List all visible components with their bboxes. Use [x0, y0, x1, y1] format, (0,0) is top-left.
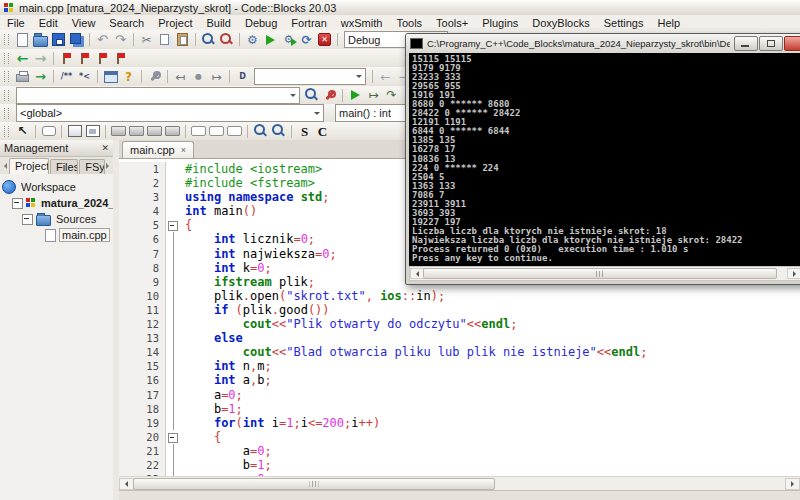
tree-item-main-cpp[interactable]: main.cpp	[0, 227, 113, 243]
wx-align-tool-2[interactable]	[128, 124, 145, 139]
go-forward-button[interactable]: →	[32, 51, 49, 66]
doxygen-help-button[interactable]: ?	[120, 69, 137, 84]
clear-bookmarks-button[interactable]	[112, 51, 129, 66]
editor-tab-main-cpp[interactable]: main.cpp ×	[122, 141, 194, 158]
find-button[interactable]	[200, 32, 217, 47]
tree-item-sources[interactable]: Sources	[0, 211, 113, 227]
tree-item-matura-2024-niepa[interactable]: matura_2024_Niepa	[0, 195, 113, 211]
nav-prev-button[interactable]: ←	[377, 69, 394, 84]
wx-border-tool-1[interactable]	[190, 124, 207, 139]
symbols-search-button[interactable]	[303, 88, 320, 103]
build-button[interactable]: ⚙	[244, 32, 261, 47]
tree-expander-icon[interactable]	[22, 214, 33, 225]
tree-item-workspace[interactable]: Workspace	[0, 179, 113, 195]
menu-fortran[interactable]: Fortran	[284, 17, 333, 29]
doxygen-line-comment-button[interactable]: *<	[76, 69, 93, 84]
scope-select[interactable]: <global>	[16, 104, 324, 122]
save-button[interactable]	[50, 32, 67, 47]
title-bar[interactable]: main.cpp [matura_2024_Nieparzysty_skrot]…	[0, 0, 800, 16]
wx-text-tool-button[interactable]	[84, 124, 101, 139]
code-line-17[interactable]: 17 a=0;	[119, 388, 800, 402]
wx-class-view-button[interactable]: C	[314, 124, 331, 139]
menu-help[interactable]: Help	[650, 17, 687, 29]
wx-border-tool-3[interactable]	[226, 124, 243, 139]
code-line-22[interactable]: 22 b=1;	[119, 458, 800, 472]
run-script-button[interactable]: →	[32, 69, 49, 84]
wx-sizer-tool-button[interactable]	[66, 124, 83, 139]
close-tab-icon[interactable]: ×	[181, 145, 186, 155]
code-line-14[interactable]: 14 cout<<"Blad otwarcia pliku lub plik n…	[119, 345, 800, 359]
console-horizontal-scrollbar[interactable]	[409, 266, 800, 281]
prev-bookmark-button[interactable]	[76, 51, 93, 66]
new-file-button[interactable]	[14, 32, 31, 47]
menu-search[interactable]: Search	[102, 17, 151, 29]
next-bookmark-button[interactable]	[94, 51, 111, 66]
debug-target-button[interactable]: D	[234, 69, 251, 84]
wx-align-tool-4[interactable]	[164, 124, 181, 139]
scroll-left-button[interactable]	[119, 478, 134, 490]
toggle-bookmark-button[interactable]	[58, 51, 75, 66]
code-line-18[interactable]: 18 b=1;	[119, 402, 800, 416]
jump-back-button[interactable]: ↤	[172, 69, 189, 84]
redo-button[interactable]: ↷	[112, 32, 129, 47]
menu-debug[interactable]: Debug	[238, 17, 284, 29]
editor-horizontal-scrollbar[interactable]	[119, 476, 800, 491]
debug-continue-button[interactable]	[347, 88, 364, 103]
save-all-button[interactable]	[68, 32, 85, 47]
code-line-16[interactable]: 16 int a,b;	[119, 373, 800, 387]
menu-wxsmith[interactable]: wxSmith	[334, 17, 390, 29]
incremental-search-input[interactable]	[254, 68, 366, 85]
wx-dialog-tool-button[interactable]	[40, 124, 57, 139]
menu-settings[interactable]: Settings	[597, 17, 651, 29]
abort-build-button[interactable]	[316, 32, 333, 47]
console-scrollbar-thumb[interactable]	[423, 268, 777, 279]
code-line-10[interactable]: 10 plik.open("skrot.txt", ios::in);	[119, 289, 800, 303]
code-line-11[interactable]: 11 if (plik.good())	[119, 303, 800, 317]
menu-build[interactable]: Build	[199, 17, 237, 29]
management-tab-projects[interactable]: Projects	[9, 158, 49, 175]
rebuild-button[interactable]: ⟳	[298, 32, 315, 47]
next-line-button[interactable]: ↷	[383, 88, 400, 103]
menu-file[interactable]: File	[0, 17, 32, 29]
run-to-cursor-button[interactable]: ↦	[365, 88, 382, 103]
menu-edit[interactable]: Edit	[32, 17, 65, 29]
zoom-out-button[interactable]	[270, 124, 287, 139]
print-button[interactable]	[14, 69, 31, 84]
console-minimize-button[interactable]	[734, 36, 758, 51]
tree-expander-icon[interactable]	[12, 198, 23, 209]
code-line-21[interactable]: 21 a=0;	[119, 444, 800, 458]
undo-button[interactable]: ↶	[94, 32, 111, 47]
doxyblocks-settings-button[interactable]	[146, 69, 163, 84]
close-management-button[interactable]: ✕	[101, 143, 109, 153]
console-title-bar[interactable]: C:\Programy_C++\Code_Blocks\matura_2024_…	[406, 34, 800, 53]
jump-record-button[interactable]: ●	[190, 69, 207, 84]
jump-forward-button[interactable]: ↦	[208, 69, 225, 84]
wx-align-tool-3[interactable]	[146, 124, 163, 139]
run-button[interactable]	[262, 32, 279, 47]
console-close-button[interactable]	[784, 36, 800, 51]
cut-button[interactable]: ✂	[138, 32, 155, 47]
menu-tools[interactable]: Tools	[389, 17, 429, 29]
code-line-15[interactable]: 15 int n,m;	[119, 359, 800, 373]
open-file-button[interactable]	[32, 32, 49, 47]
wx-align-tool-1[interactable]	[110, 124, 127, 139]
console-scroll-right-button[interactable]	[787, 268, 800, 279]
doxygen-block-comment-button[interactable]: /**	[58, 69, 75, 84]
symbols-settings-button[interactable]	[321, 88, 338, 103]
fold-collapse-icon[interactable]	[168, 221, 178, 231]
code-line-12[interactable]: 12 cout<<"Plik otwarty do odczytu"<<endl…	[119, 317, 800, 331]
management-tab-fsy[interactable]: FSy	[79, 159, 105, 174]
code-line-19[interactable]: 19 for(int i=1;i<=200;i++)	[119, 416, 800, 430]
doxywizard-button[interactable]	[102, 69, 119, 84]
build-and-run-button[interactable]: ⚙	[280, 32, 297, 47]
fold-collapse-icon[interactable]	[168, 433, 178, 443]
tab-scroll-right-button[interactable]	[106, 163, 112, 169]
go-back-button[interactable]: ←	[14, 51, 31, 66]
code-line-13[interactable]: 13 else	[119, 331, 800, 345]
replace-button[interactable]	[218, 32, 235, 47]
scroll-right-button[interactable]	[785, 478, 800, 490]
tab-scroll-left-button[interactable]	[1, 163, 7, 169]
wx-border-tool-2[interactable]	[208, 124, 225, 139]
menu-toolsplus[interactable]: Tools+	[429, 17, 475, 29]
menu-plugins[interactable]: Plugins	[475, 17, 525, 29]
